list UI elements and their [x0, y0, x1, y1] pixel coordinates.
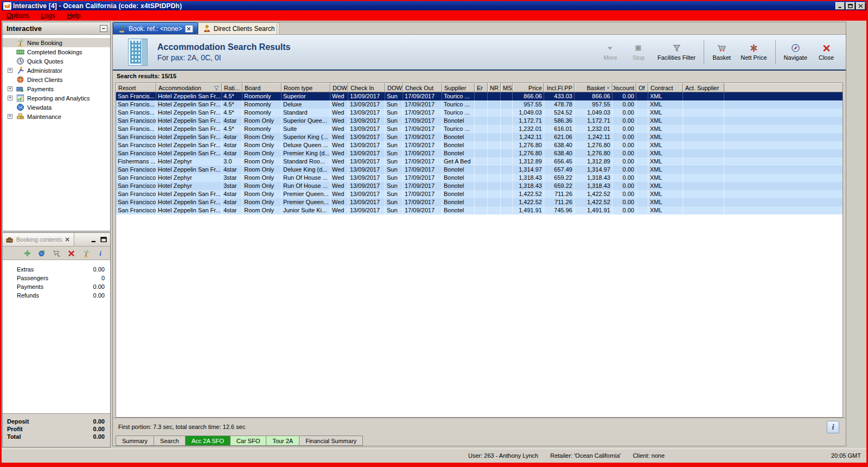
- column-header-dow-in[interactable]: DOW: [330, 83, 348, 92]
- expand-plus-icon[interactable]: +: [8, 96, 12, 100]
- table-row[interactable]: San Francis...Hotel Zeppelin San Fr...4.…: [116, 100, 843, 109]
- collapse-panel-button[interactable]: −: [100, 25, 107, 32]
- basket-button[interactable]: Basket: [707, 43, 736, 61]
- info-button[interactable]: i: [97, 249, 105, 257]
- cell-resort: San Francis...: [116, 109, 156, 117]
- column-header-rating[interactable]: Rati...: [222, 83, 242, 92]
- cell-ms: [501, 182, 513, 190]
- booking-contents-tab[interactable]: Booking contents ✕: [3, 233, 74, 246]
- panel-minimize-icon[interactable]: [91, 237, 97, 243]
- booking-row-value: 0.00: [93, 283, 105, 290]
- add-button[interactable]: [23, 249, 31, 257]
- close-button[interactable]: Close: [812, 43, 840, 61]
- sidebar-item-completed-bookings[interactable]: Completed Bookings: [3, 47, 110, 56]
- section-tab-search[interactable]: Search: [154, 436, 186, 446]
- section-tab-tour-2a[interactable]: Tour 2A: [266, 436, 299, 446]
- table-row[interactable]: San Francis...Hotel Zeppelin San Fr...4.…: [116, 109, 843, 117]
- expand-plus-icon[interactable]: +: [8, 114, 12, 119]
- expand-plus-icon[interactable]: +: [8, 86, 12, 91]
- column-header-of[interactable]: Of: [636, 83, 648, 92]
- column-header-room-type[interactable]: Room type: [282, 83, 330, 92]
- navigate-button[interactable]: Navigate: [779, 43, 812, 61]
- table-row[interactable]: San FranciscoHotel Zeppelin San Fr...4st…: [116, 141, 843, 149]
- column-header-check-out[interactable]: Check Out: [403, 83, 442, 92]
- refresh-globe-button[interactable]: [38, 249, 46, 257]
- column-header-price[interactable]: Price: [513, 83, 544, 92]
- section-tab-acc-2a-sfo[interactable]: Acc 2A SFO: [186, 436, 231, 446]
- column-header-board[interactable]: Board: [242, 83, 282, 92]
- cell-dow-in: Wed: [330, 92, 348, 100]
- cart-go-button[interactable]: [53, 249, 61, 257]
- table-row[interactable]: San Francis...Hotel Zeppelin San Fr...4.…: [116, 125, 843, 133]
- column-header-discount[interactable]: Discount: [612, 83, 636, 92]
- cell-nr: [488, 182, 501, 190]
- column-header-contract[interactable]: Contract: [648, 83, 683, 92]
- sidebar-item-direct-clients[interactable]: Direct Clients: [3, 75, 110, 84]
- table-row[interactable]: San FranciscoHotel Zeppelin San Fr...4st…: [116, 133, 843, 141]
- sidebar-item-new-booking[interactable]: New Booking: [3, 38, 110, 47]
- table-row[interactable]: San FranciscoHotel Zeppelin San Fr...4st…: [116, 198, 843, 206]
- table-row[interactable]: San FranciscoHotel Zeppelin San Fr...4st…: [116, 206, 843, 214]
- table-row[interactable]: San FranciscoHotel Zeppelin San Fr...4st…: [116, 166, 843, 174]
- section-tab-financial-summary[interactable]: Financial Summary: [299, 436, 363, 446]
- palm-button[interactable]: [82, 249, 90, 257]
- menu-item-options[interactable]: Options: [7, 12, 29, 20]
- close-window-button[interactable]: [856, 2, 865, 10]
- filter-icon[interactable]: [213, 85, 220, 91]
- cell-room-type: Run Of House ...: [282, 182, 330, 190]
- table-row[interactable]: San Francis...Hotel Zeppelin San Fr...4.…: [116, 92, 843, 100]
- sidebar-item-payments[interactable]: +$Payments: [3, 84, 110, 93]
- cell-basket: 1,314.97: [575, 166, 612, 174]
- section-tab-car-sfo[interactable]: Car SFO: [231, 436, 266, 446]
- sidebar-item-reporting-and-analytics[interactable]: +Reporting and Analytics: [3, 93, 110, 103]
- sidebar-item-quick-quotes[interactable]: Quick Quotes: [3, 56, 110, 66]
- toolbar-separator: [775, 40, 776, 64]
- cell-check-in: 13/09/2017: [348, 157, 385, 166]
- minimize-button[interactable]: [835, 2, 845, 10]
- menu-item-logs[interactable]: Logs: [41, 12, 55, 20]
- column-header-dow-out[interactable]: DOW: [385, 83, 403, 92]
- section-tab-summary[interactable]: Summary: [116, 436, 154, 446]
- column-header-check-in[interactable]: Check In: [348, 83, 385, 92]
- tab-direct-clients-search[interactable]: Direct Clients Search: [198, 22, 280, 34]
- table-row[interactable]: San FranciscoHotel Zeppelin San Fr...4st…: [116, 190, 843, 198]
- info-button[interactable]: i: [827, 421, 839, 433]
- column-header-er[interactable]: Er: [475, 83, 488, 92]
- column-header-ms[interactable]: MS: [501, 83, 513, 92]
- delete-button[interactable]: [67, 249, 75, 257]
- column-header-resort[interactable]: Resort: [116, 83, 156, 92]
- cell-nr: [488, 149, 501, 157]
- cell-discount: 0.00: [612, 182, 636, 190]
- column-header-supplier[interactable]: Supplier: [442, 83, 475, 92]
- cell-basket: 1,318.43: [575, 174, 612, 182]
- table-row[interactable]: San FranciscoHotel Zeppelin San Fr...4st…: [116, 149, 843, 157]
- close-tab-icon[interactable]: [185, 25, 193, 33]
- cell-price: 1,049.03: [513, 109, 544, 117]
- table-row[interactable]: Fishermans ...Hotel Zephyr3.0Room OnlySt…: [116, 157, 843, 166]
- expand-plus-icon[interactable]: +: [8, 68, 12, 73]
- maximize-button[interactable]: [846, 2, 855, 10]
- column-header-nr[interactable]: NR: [488, 83, 501, 92]
- cell-rating: 4star: [222, 141, 242, 149]
- sidebar-item-maintenance[interactable]: +Maintenance: [3, 112, 110, 121]
- table-row[interactable]: San FranciscoHotel Zephyr3starRoom OnlyR…: [116, 182, 843, 190]
- column-header-incl-fl-pp[interactable]: Incl.Fl.PP: [544, 83, 575, 92]
- nett-price-button[interactable]: Nett Price: [736, 43, 771, 61]
- cell-room-type: Junior Suite Ki...: [282, 206, 330, 214]
- cell-contract: XML: [648, 109, 683, 117]
- menu-item-help[interactable]: Help: [67, 12, 80, 20]
- cell-er: [475, 117, 488, 125]
- column-header-basket[interactable]: Basket▼: [575, 83, 612, 92]
- table-row[interactable]: San FranciscoHotel Zeppelin San Fr...4st…: [116, 117, 843, 125]
- sidebar-item-administrator[interactable]: +Administrator: [3, 66, 110, 75]
- tab-book-ref-none[interactable]: Book. ref.: <none>: [113, 22, 198, 34]
- column-header-accommodation[interactable]: Accommodation: [156, 83, 222, 92]
- cell-contract: XML: [648, 206, 683, 214]
- panel-maximize-icon[interactable]: [100, 237, 107, 243]
- facilities-filter-button[interactable]: Facilities Filter: [653, 43, 700, 61]
- sidebar-item-viewdata[interactable]: Viewdata: [3, 103, 110, 112]
- column-header-act-supplier[interactable]: Act. Supplier: [683, 83, 724, 92]
- table-row[interactable]: San FranciscoHotel Zephyr3starRoom OnlyR…: [116, 174, 843, 182]
- column-header-label: Check Out: [405, 85, 433, 91]
- close-booking-panel-icon[interactable]: ✕: [65, 236, 69, 243]
